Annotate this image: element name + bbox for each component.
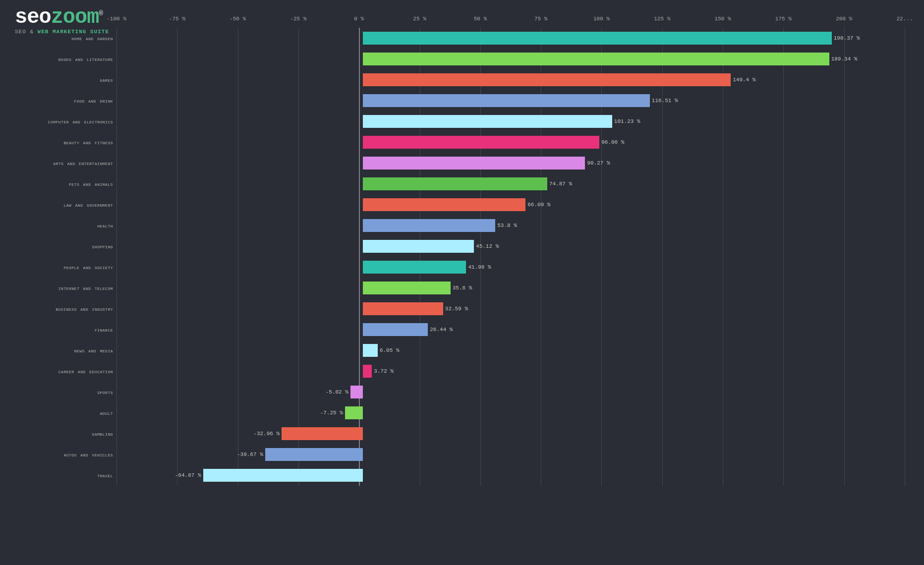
axis-label-6: 50 % xyxy=(474,16,487,22)
bar xyxy=(282,427,363,440)
bar-row: Autos and Vehicles-39.67 % xyxy=(116,444,905,465)
bar-label: Career and Education xyxy=(5,368,113,375)
bar-label: Gambling xyxy=(5,431,113,437)
grid-line-13 xyxy=(905,28,905,486)
axis-label-0: -100 % xyxy=(107,16,126,22)
bar-label: Travel xyxy=(5,472,113,479)
bar-row: News and Media6.05 % xyxy=(116,340,905,361)
header: seozoom® SEO & WEB MARKETING SUITE xyxy=(0,0,924,11)
logo-subtitle: SEO & WEB MARKETING SUITE xyxy=(15,29,109,35)
bar-row: Home and Garden190.37 % xyxy=(116,28,905,49)
bar xyxy=(363,94,650,107)
bar xyxy=(350,386,363,398)
bar-row: People and Society41.98 % xyxy=(116,257,905,278)
bar-value: 116.51 % xyxy=(652,98,678,104)
bar-row: Beauty and Fitness96.06 % xyxy=(116,132,905,153)
bar xyxy=(363,157,585,170)
bar-value: 41.98 % xyxy=(468,264,491,270)
bar-label: Internet and Telecom xyxy=(5,285,113,291)
bar-label: News and Media xyxy=(5,347,113,354)
axis-label-10: 150 % xyxy=(715,16,731,22)
bar-row: Travel-64.87 % xyxy=(116,465,905,486)
bar-label: Health xyxy=(5,223,113,229)
bar-row: Internet and Telecom35.6 % xyxy=(116,278,905,298)
bar-value: 53.8 % xyxy=(497,223,517,228)
bar-label: Home and Garden xyxy=(5,35,113,42)
bar xyxy=(265,448,363,461)
bar-value: 189.34 % xyxy=(831,56,858,62)
bar-value: 90.27 % xyxy=(587,160,610,166)
bar-row: Sports-5.02 % xyxy=(116,382,905,402)
bar-label: Arts and Entertainment xyxy=(5,160,113,167)
main-container: seozoom® SEO & WEB MARKETING SUITE -100 … xyxy=(0,0,924,565)
bar xyxy=(363,136,599,149)
bar xyxy=(363,198,525,211)
axis-label-3: -25 % xyxy=(290,16,306,22)
bar-row: Books and Literature189.34 % xyxy=(116,49,905,69)
bar-label: Sports xyxy=(5,389,113,396)
axis-label-1: -75 % xyxy=(169,16,185,22)
bar-row: Food and Drink116.51 % xyxy=(116,90,905,111)
axis-label-5: 25 % xyxy=(413,16,426,22)
axis-label-9: 125 % xyxy=(654,16,670,22)
bar-row: Gambling-32.96 % xyxy=(116,423,905,444)
bar xyxy=(363,323,428,336)
bar-row: Finance26.44 % xyxy=(116,319,905,340)
axis-label-12: 200 % xyxy=(836,16,852,22)
bar-value: -39.67 % xyxy=(237,452,263,457)
bar-value: 32.59 % xyxy=(445,306,468,312)
bar-label: Pets and Animals xyxy=(5,181,113,187)
bar-value: -5.02 % xyxy=(326,389,348,395)
bar-row: Career and Education3.72 % xyxy=(116,361,905,382)
bar-label: Beauty and Fitness xyxy=(5,139,113,146)
bar-value: 101.23 % xyxy=(614,118,640,124)
bar-label: Food and Drink xyxy=(5,98,113,104)
bar-row: Business and Industry32.59 % xyxy=(116,298,905,319)
axis-label-11: 175 % xyxy=(775,16,792,22)
bar-value: 35.6 % xyxy=(453,285,472,291)
axis-label-13: 22... xyxy=(896,16,913,22)
bar-value: 66.09 % xyxy=(527,202,550,208)
bar xyxy=(363,261,466,274)
bar-value: 74.87 % xyxy=(549,181,572,187)
bar-label: Autos and Vehicles xyxy=(5,452,113,458)
bar-value: 45.12 % xyxy=(476,243,499,249)
axis-label-7: 75 % xyxy=(534,16,547,22)
bar xyxy=(345,406,363,419)
chart-wrapper: -100 %-75 %-50 %-25 %0 %25 %50 %75 %100 … xyxy=(0,16,924,486)
axis-label-2: -50 % xyxy=(230,16,246,22)
bar-value: 6.05 % xyxy=(380,347,400,353)
bar-row: Health53.8 % xyxy=(116,215,905,236)
bar-value: -7.25 % xyxy=(320,410,343,416)
bar xyxy=(363,282,451,294)
bar xyxy=(363,302,443,315)
bar-row: Computer and Electronics101.23 % xyxy=(116,111,905,132)
bar-value: 190.37 % xyxy=(834,35,860,41)
logo: seozoom® SEO & WEB MARKETING SUITE xyxy=(15,7,109,35)
bar-row: Arts and Entertainment90.27 % xyxy=(116,153,905,173)
bar-label: Shopping xyxy=(5,243,113,250)
bar-label: Finance xyxy=(5,327,113,333)
bar-row: Shopping45.12 % xyxy=(116,236,905,257)
bar xyxy=(363,32,832,45)
logo-zoom: zoom xyxy=(51,5,99,29)
bar xyxy=(363,53,829,65)
bar-value: 149.4 % xyxy=(733,77,755,83)
bar-row: Pets and Animals74.87 % xyxy=(116,173,905,194)
bar-label: Law and Government xyxy=(5,202,113,208)
bar-label: Computer and Electronics xyxy=(5,118,113,125)
bar xyxy=(363,177,547,190)
bar xyxy=(363,344,378,357)
logo-seo: seo xyxy=(15,5,51,29)
bar-value: 26.44 % xyxy=(430,327,453,333)
logo-text: seozoom® xyxy=(15,7,109,28)
axis-label-4: 0 % xyxy=(354,16,364,22)
bar-row: Games149.4 % xyxy=(116,69,905,90)
bar-label: People and Society xyxy=(5,264,113,271)
bar-value: -32.96 % xyxy=(253,431,280,437)
bar xyxy=(203,469,363,482)
bar xyxy=(363,240,474,253)
bar-label: Business and Industry xyxy=(5,306,113,312)
axis-row: -100 %-75 %-50 %-25 %0 %25 %50 %75 %100 … xyxy=(116,16,905,27)
bar-value: 3.72 % xyxy=(374,368,394,374)
